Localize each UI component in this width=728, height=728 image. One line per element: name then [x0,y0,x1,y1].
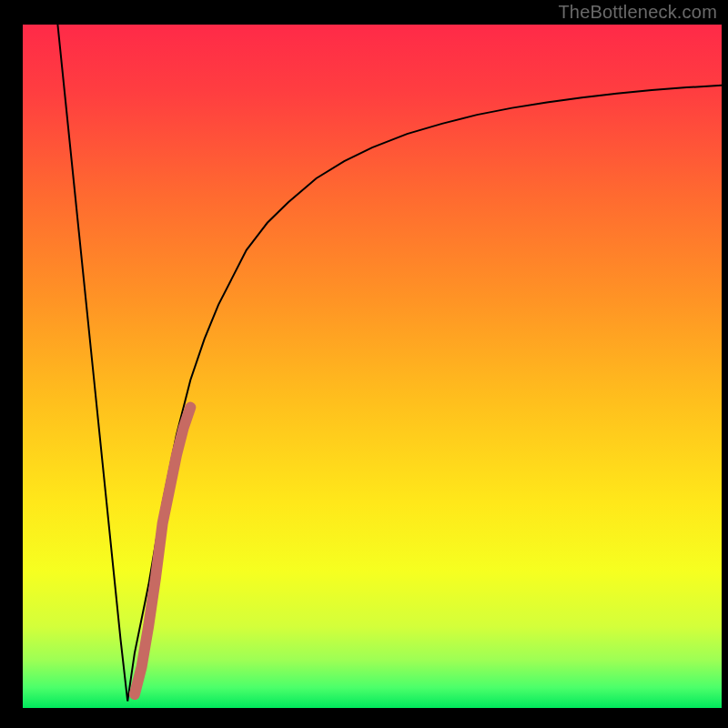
bottleneck-chart [0,0,728,728]
chart-container: TheBottleneck.com [0,0,728,728]
plot-background [23,25,722,708]
watermark-text: TheBottleneck.com [558,2,717,23]
